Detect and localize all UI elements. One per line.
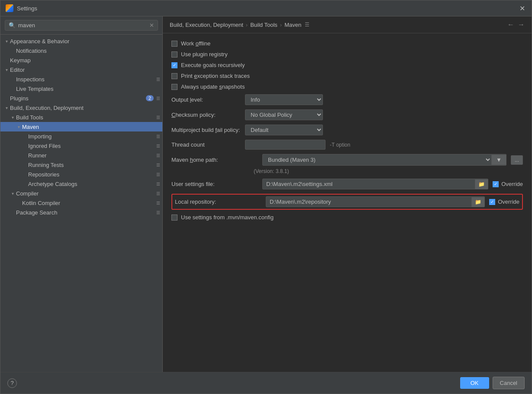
tree-arrow-build-execution: ▾ [3,104,10,111]
maven-home-label: Maven home path: [171,157,258,163]
multiproject-policy-label: Multiproject build fail policy: [171,127,241,133]
tree-indicator-repositories: ☰ [155,172,161,177]
tree-label-compiler: Compiler [16,190,155,197]
sidebar-item-maven[interactable]: ▾Maven [0,122,162,131]
settings-dialog: Settings ✕ 🔍 ✕ ▾Appearance & BehaviorNot… [0,0,532,394]
nav-back-button[interactable]: ← [507,21,514,29]
sidebar-item-plugins[interactable]: Plugins2☰ [0,93,162,103]
bottom-bar: ? OK Cancel [0,372,532,394]
local-repository-browse-button[interactable]: 📁 [471,197,484,207]
plugin-registry-checkbox-wrap: Use plugin registry [171,51,228,58]
local-repository-override-checkbox[interactable] [489,199,495,205]
work-offline-checkbox[interactable] [171,41,177,47]
tree-label-plugins: Plugins [10,95,146,102]
maven-version-text: (Version: 3.8.1) [254,168,523,174]
search-input[interactable] [18,22,147,29]
user-settings-row: User settings file: 📁 Override [171,179,523,189]
sidebar-item-importing[interactable]: Importing☰ [0,131,162,141]
tree-label-build-tools: Build Tools [16,114,155,121]
tree-label-keymap: Keymap [10,57,162,64]
local-repository-override-wrap: Override [489,199,519,205]
tree-indicator-plugins: ☰ [155,96,161,101]
thread-count-input[interactable] [245,140,326,150]
output-level-select[interactable]: Verbose Info Warn Error [245,94,323,105]
tree-arrow-archetype-catalogs [21,180,28,187]
sidebar-item-live-templates[interactable]: Live Templates [0,84,162,93]
user-settings-input[interactable] [263,179,475,189]
maven-home-browse-button[interactable]: ... [511,155,523,165]
sidebar-item-appearance[interactable]: ▾Appearance & Behavior [0,36,162,46]
sidebar-item-kotlin-compiler[interactable]: Kotlin Compiler☰ [0,198,162,208]
search-bar: 🔍 ✕ [0,16,162,35]
sidebar-item-inspections[interactable]: Inspections☰ [0,74,162,84]
sidebar-item-ignored-files[interactable]: Ignored Files☰ [0,141,162,151]
breadcrumb-bar: Build, Execution, Deployment › Build Too… [163,16,532,33]
print-exception-checkbox[interactable] [171,73,177,79]
sidebar-item-editor[interactable]: ▾Editor [0,65,162,74]
tree-label-running-tests: Running Tests [28,162,155,168]
maven-home-dropdown-button[interactable]: ▼ [491,155,506,165]
always-update-checkbox-wrap: Always update snapshots [171,83,245,90]
sidebar-item-package-search[interactable]: Package Search☰ [0,208,162,217]
cancel-button[interactable]: Cancel [493,377,525,389]
close-button[interactable]: ✕ [518,4,526,13]
multiproject-policy-select[interactable]: Default After Last Project At End Never [245,125,323,135]
title-bar: Settings ✕ [0,0,532,16]
plugin-registry-label: Use plugin registry [181,51,228,58]
title-bar-title: Settings [17,5,514,12]
sidebar-item-running-tests[interactable]: Running Tests☰ [0,160,162,170]
help-button[interactable]: ? [7,378,17,388]
t-option-label: -T option [330,142,350,148]
sidebar-item-build-tools[interactable]: ▾Build Tools☰ [0,112,162,122]
execute-goals-checkbox[interactable] [171,62,177,68]
plugin-registry-checkbox[interactable] [171,51,177,58]
sidebar-item-keymap[interactable]: Keymap [0,55,162,65]
nav-forward-button[interactable]: → [518,21,525,29]
tree-indicator-package-search: ☰ [155,210,161,215]
tree-label-kotlin-compiler: Kotlin Compiler [22,200,155,206]
always-update-checkbox[interactable] [171,84,177,90]
tree-arrow-appearance: ▾ [3,38,10,45]
tree-label-appearance: Appearance & Behavior [10,38,162,45]
work-offline-label: Work offline [181,40,210,47]
user-settings-override-wrap: Override [493,181,523,187]
sidebar-item-repositories[interactable]: Repositories☰ [0,170,162,179]
local-repository-override-label: Override [498,199,519,205]
settings-form: Work offline Use plugin registry Execute… [163,33,532,372]
local-repository-input[interactable] [266,197,471,207]
tree-arrow-package-search [9,209,16,216]
checksum-policy-select[interactable]: No Global Policy Fail Warn Ignore [245,109,323,120]
user-settings-override-checkbox[interactable] [493,181,499,187]
tree-arrow-importing [21,133,28,140]
breadcrumb-nav: ← → [507,21,525,29]
search-clear-button[interactable]: ✕ [149,22,154,29]
maven-home-row: Maven home path: Bundled (Maven 3) Custo… [171,154,523,166]
local-repository-row: Local repository: 📁 Override [171,194,523,210]
maven-home-select[interactable]: Bundled (Maven 3) Custom... [263,154,491,165]
thread-count-row: Thread count -T option [171,140,523,150]
work-offline-row: Work offline [171,40,523,47]
user-settings-label: User settings file: [171,181,258,187]
sidebar-item-archetype-catalogs[interactable]: Archetype Catalogs☰ [0,179,162,189]
tree-arrow-keymap [3,57,10,64]
content-panel: Build, Execution, Deployment › Build Too… [163,16,532,372]
tree-badge-plugins: 2 [146,95,154,101]
tree-arrow-maven: ▾ [15,123,22,130]
tree-label-archetype-catalogs: Archetype Catalogs [28,181,155,187]
tree-label-importing: Importing [28,133,155,140]
breadcrumb-sep-0: › [246,22,248,28]
print-exception-checkbox-wrap: Print exception stack traces [171,73,250,79]
sidebar-item-build-execution[interactable]: ▾Build, Execution, Deployment [0,103,162,112]
tree-arrow-ignored-files [21,142,28,149]
sidebar-item-runner[interactable]: Runner☰ [0,151,162,160]
print-exception-row: Print exception stack traces [171,73,523,79]
ok-button[interactable]: OK [460,377,489,389]
tree-label-repositories: Repositories [28,171,155,178]
sidebar-item-notifications[interactable]: Notifications [0,46,162,55]
breadcrumb-menu-icon[interactable]: ☰ [305,22,310,28]
tree-label-notifications: Notifications [16,48,162,54]
user-settings-browse-button[interactable]: 📁 [475,179,488,189]
work-offline-checkbox-wrap: Work offline [171,40,210,47]
sidebar-item-compiler[interactable]: ▾Compiler☰ [0,189,162,198]
use-settings-checkbox[interactable] [171,215,177,221]
